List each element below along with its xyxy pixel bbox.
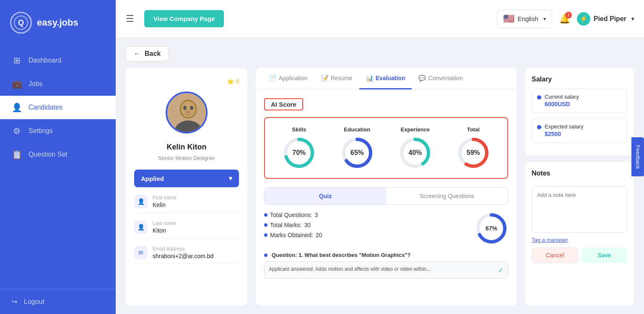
tab-evaluation[interactable]: 📊 Evaluation: [359, 68, 412, 89]
content-area: ← Back ⭐ 0: [116, 38, 644, 314]
current-salary-info: Current salary 6000USD: [545, 94, 579, 107]
notes-textarea[interactable]: [532, 186, 627, 233]
dot-icon: [264, 213, 267, 217]
question-label: Question: 1. What best describes "Motion…: [272, 252, 411, 258]
email-icon: ✉: [134, 246, 148, 259]
education-donut: 65%: [340, 136, 374, 170]
logout-item[interactable]: ↪ Logout: [0, 289, 116, 314]
last-name-info: Last name Kiton: [153, 220, 176, 234]
tab-conversation[interactable]: 💬 Conversation: [412, 68, 470, 89]
right-panel: Salary Current salary 6000USD Expected s…: [525, 68, 634, 306]
status-chevron-icon: ▾: [229, 175, 232, 182]
conversation-tab-icon: 💬: [418, 75, 426, 81]
sidebar-item-dashboard[interactable]: ⊞ Dashboard: [0, 49, 116, 72]
experience-value: 40%: [408, 149, 422, 157]
total-questions-value: 3: [314, 212, 318, 218]
tab-resume[interactable]: 📝 Resume: [314, 68, 359, 89]
candidate-title: Senior Motion Designer: [158, 155, 215, 161]
section-tabs: Quiz Screening Questions: [264, 187, 508, 205]
nav-menu: ⊞ Dashboard 💼 Jobs 👤 Candidates ⚙ Settin…: [0, 45, 116, 289]
jobs-icon: 💼: [12, 79, 22, 89]
skills-value: 70%: [292, 149, 306, 157]
total-questions-label: Total Questions:: [270, 212, 312, 218]
total-questions-stat: Total Questions: 3: [264, 212, 466, 218]
skills-donut: 70%: [282, 136, 316, 170]
total-marks-stat: Total Marks: 30: [264, 222, 466, 228]
marks-obtained-stat: Marks Obtained: 20: [264, 232, 466, 238]
evaluation-tab-icon: 📊: [366, 75, 373, 81]
sidebar-item-label: Question Set: [29, 151, 68, 158]
expected-salary-value: $2500: [545, 131, 584, 137]
notification-button[interactable]: 🔔 1: [559, 13, 570, 24]
candidates-icon: 👤: [12, 102, 22, 113]
tag-manager-link[interactable]: Tag a manager: [532, 237, 627, 243]
total-donut: 59%: [457, 136, 490, 170]
skills-label: Skills: [292, 126, 306, 133]
first-name-label: First name: [153, 195, 177, 201]
main-area: ☰ View Company Page 🇺🇸 English ▾ 🔔 1 ⚡ P…: [116, 0, 644, 314]
star-icon: ⭐: [227, 78, 234, 85]
tab-conversation-label: Conversation: [428, 75, 463, 81]
logout-icon: ↪: [12, 298, 17, 306]
quiz-tab[interactable]: Quiz: [265, 188, 386, 204]
cancel-button[interactable]: Cancel: [532, 247, 578, 263]
sidebar-item-jobs[interactable]: 💼 Jobs: [0, 72, 116, 96]
menu-icon[interactable]: ☰: [126, 13, 134, 24]
tab-content: AI Score Skills 70%: [256, 90, 517, 306]
tab-application-label: Application: [279, 75, 308, 81]
marks-obtained-label: Marks Obtained:: [270, 232, 313, 238]
logo-icon: Q: [10, 12, 32, 34]
first-name-info: First name Kelin: [153, 195, 177, 208]
sidebar-item-label: Jobs: [29, 80, 43, 88]
sidebar-item-label: Dashboard: [29, 57, 61, 64]
status-dropdown[interactable]: Applied ▾: [134, 170, 239, 187]
sidebar-item-label: Settings: [29, 127, 53, 135]
answer-text: Applicant answered: Adds motion and effe…: [269, 266, 431, 272]
language-selector[interactable]: 🇺🇸 English ▾: [497, 10, 552, 28]
resume-tab-icon: 📝: [321, 75, 328, 81]
company-selector[interactable]: ⚡ Pied Piper ▾: [577, 12, 634, 26]
salary-title: Salary: [532, 76, 627, 83]
svg-point-8: [186, 110, 191, 114]
marks-obtained-value: 20: [316, 232, 322, 238]
question-text: Question: 1. What best describes "Motion…: [264, 252, 508, 258]
feedback-tab[interactable]: Feedback: [631, 137, 644, 176]
candidate-stars: ⭐ 0: [134, 78, 239, 85]
language-label: English: [518, 15, 538, 22]
answer-box: Applicant answered: Adds motion and effe…: [264, 262, 508, 279]
sidebar-item-question-set[interactable]: 📋 Question Set: [0, 143, 116, 166]
back-label: Back: [145, 50, 161, 58]
tab-application[interactable]: 📄 Application: [262, 68, 314, 89]
avatar: [167, 93, 208, 133]
email-value: shraboni+2@ar.com.bd: [153, 253, 213, 259]
view-company-button[interactable]: View Company Page: [144, 10, 224, 27]
quiz-percentage-value: 67%: [486, 225, 497, 232]
sidebar-item-settings[interactable]: ⚙ Settings: [0, 119, 116, 143]
back-arrow-icon: ←: [134, 50, 140, 58]
status-label: Applied: [141, 175, 164, 182]
tabs-bar: 📄 Application 📝 Resume 📊 Evaluation 💬 Co…: [256, 68, 517, 90]
quiz-stats: Total Questions: 3 Total Marks: 30 Marks: [264, 212, 466, 245]
question-dot-icon: [264, 254, 267, 257]
notification-badge: 1: [565, 12, 572, 18]
ai-score-title: AI Score: [264, 98, 303, 110]
settings-icon: ⚙: [12, 126, 22, 136]
email-field: ✉ Email Address shraboni+2@ar.com.bd: [134, 242, 239, 264]
expected-salary-label: Expected salary: [545, 123, 584, 130]
screening-tab[interactable]: Screening Questions: [386, 188, 508, 204]
svg-text:Q: Q: [18, 18, 24, 27]
check-icon: ✓: [498, 266, 504, 274]
back-button[interactable]: ← Back: [126, 46, 169, 61]
company-name: Pied Piper: [594, 15, 626, 23]
last-name-field: 👤 Last name Kiton: [134, 216, 239, 238]
logo-text: easy.jobs: [37, 17, 78, 28]
question-set-icon: 📋: [12, 149, 22, 160]
svg-point-7: [190, 106, 193, 110]
sidebar-item-candidates[interactable]: 👤 Candidates: [0, 96, 116, 119]
star-count: 0: [236, 78, 239, 85]
save-button[interactable]: Save: [582, 247, 627, 263]
notes-actions: Cancel Save: [532, 247, 627, 263]
svg-point-6: [183, 106, 187, 110]
application-tab-icon: 📄: [269, 75, 276, 81]
first-name-value: Kelin: [153, 201, 177, 208]
